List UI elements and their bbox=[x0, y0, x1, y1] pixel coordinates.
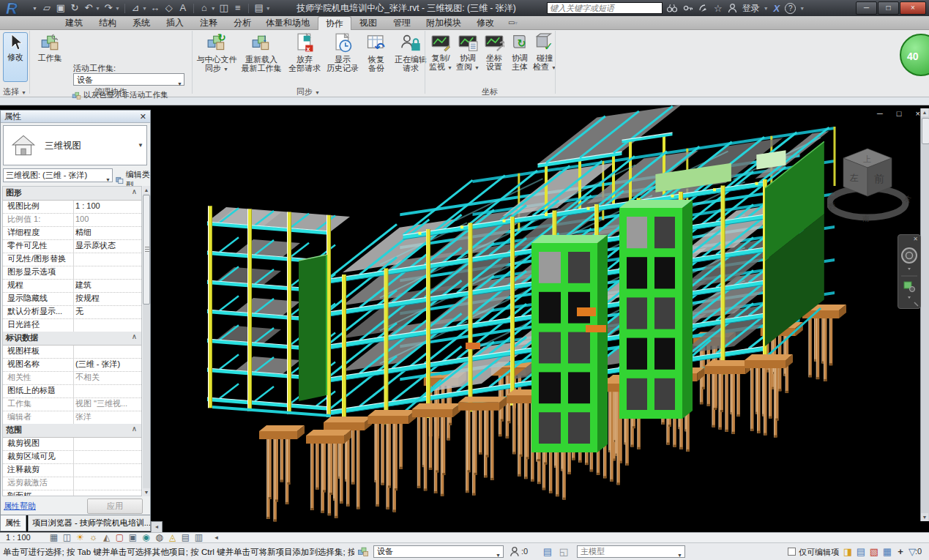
exchange-apps-icon[interactable]: X bbox=[774, 3, 780, 14]
detail-level-icon[interactable]: ▦ bbox=[48, 532, 59, 543]
active-workset-select[interactable]: 设备▼ bbox=[73, 73, 184, 86]
shadows-icon[interactable]: ☼ bbox=[88, 532, 99, 543]
undo-icon[interactable]: ↶ bbox=[83, 0, 94, 16]
measure-dropdown-icon[interactable]: ▼ bbox=[142, 6, 147, 11]
modify-button[interactable]: 修改 bbox=[3, 32, 28, 82]
redo-dropdown-icon[interactable]: ▼ bbox=[115, 6, 120, 11]
property-row[interactable]: 图纸上的标题 bbox=[3, 384, 141, 398]
properties-title-bar[interactable]: 属性 ✕ bbox=[1, 111, 150, 123]
minimize-button[interactable]: ─ bbox=[856, 1, 877, 15]
reload-latest-button[interactable]: ↓ 重新载入最新工作集 bbox=[240, 31, 283, 72]
tab-collaborate[interactable]: 协作 bbox=[318, 16, 351, 30]
tab-manage[interactable]: 管理 bbox=[387, 16, 417, 29]
user-icon[interactable] bbox=[728, 3, 737, 13]
property-row[interactable]: 图形显示选项编辑... bbox=[3, 266, 141, 280]
add-to-selection-icon[interactable]: ▦ bbox=[881, 545, 893, 558]
view-window-controls[interactable]: ─ □ × bbox=[877, 109, 926, 118]
viewport-horizontal-scroll-stub[interactable]: ◂ bbox=[151, 521, 163, 533]
tab-architecture[interactable]: 建筑 bbox=[59, 16, 89, 29]
close-icon[interactable]: ✕ bbox=[140, 111, 146, 123]
sign-in-dropdown-icon[interactable]: ▼ bbox=[764, 6, 769, 11]
move-selection-icon[interactable]: + bbox=[895, 545, 906, 558]
active-workset-status-select[interactable]: 设备▼ bbox=[373, 545, 504, 558]
properties-help-link[interactable]: 属性帮助 bbox=[4, 501, 36, 512]
reveal-hidden-elements-icon[interactable]: ◬ bbox=[167, 532, 178, 543]
show-crop-region-icon[interactable]: ▣ bbox=[127, 532, 138, 543]
tab-view[interactable]: 视图 bbox=[353, 16, 384, 29]
tab-addins[interactable]: 附加模块 bbox=[420, 16, 467, 29]
navbar-close-icon[interactable]: ✕ bbox=[913, 236, 918, 242]
sync-with-central-icon[interactable]: ↻ bbox=[69, 0, 81, 16]
relinquish-all-button[interactable]: x 放弃全部请求 bbox=[286, 31, 324, 72]
tab-analyze[interactable]: 分析 bbox=[227, 16, 258, 29]
zoom-icon[interactable] bbox=[904, 282, 915, 292]
text-icon[interactable]: A bbox=[177, 0, 189, 16]
favorites-star-icon[interactable]: ☆ bbox=[714, 3, 723, 14]
worksets-button[interactable]: 工作集 bbox=[32, 31, 67, 62]
qat-customize-dropdown-icon[interactable]: ▼ bbox=[266, 6, 271, 11]
scroll-down-icon[interactable]: ▼ bbox=[143, 488, 150, 496]
property-row[interactable]: 规程建筑 bbox=[3, 279, 141, 293]
tab-modify[interactable]: 修改 bbox=[470, 16, 501, 29]
undo-dropdown-icon[interactable]: ▼ bbox=[95, 6, 100, 11]
property-row[interactable]: 裁剪视图 bbox=[3, 437, 141, 451]
save-icon[interactable]: ▣ bbox=[55, 0, 67, 16]
panel-label-select[interactable]: 选择 ▼ bbox=[0, 87, 29, 96]
property-row[interactable]: 视图名称(三维 - 张洋) bbox=[3, 358, 141, 372]
view-scale-button[interactable]: 1 : 100 bbox=[6, 533, 31, 542]
search-input[interactable] bbox=[547, 2, 663, 14]
design-option-select[interactable]: 主模型▼ bbox=[577, 545, 685, 558]
property-row[interactable]: 详细程度精细 bbox=[3, 226, 141, 240]
editing-requests-count[interactable]: :0 bbox=[521, 547, 528, 556]
scrollbar-thumb[interactable] bbox=[143, 195, 150, 305]
close-button[interactable]: × bbox=[900, 1, 926, 15]
aligned-dimension-icon[interactable]: ↔ bbox=[149, 0, 161, 16]
section-header-graphics[interactable]: 图形∧ bbox=[3, 187, 141, 201]
instance-selector[interactable]: 三维视图: (三维 - 张洋)▼ bbox=[3, 168, 113, 182]
ribbon-state-toggle-icon[interactable]: ▭▼ bbox=[508, 18, 518, 26]
restore-backup-button[interactable]: ↶ 恢复备份 bbox=[362, 31, 391, 72]
apply-button[interactable]: 应用 bbox=[87, 499, 143, 514]
thin-lines-icon[interactable]: ≡ bbox=[232, 0, 244, 16]
panel-label-synchronize[interactable]: 同步 ▼ bbox=[192, 87, 425, 96]
coordination-host-button[interactable]: ↻ 协调主体 bbox=[508, 31, 531, 71]
crop-view-icon[interactable]: ▢ bbox=[114, 532, 125, 543]
interference-check-button[interactable]: ✓ 碰撞 检查 ▼ bbox=[533, 31, 556, 72]
render-icon[interactable]: ◭ bbox=[101, 532, 112, 543]
scrollbar-thumb[interactable] bbox=[922, 118, 929, 144]
viewcube-top-label[interactable]: 上 bbox=[863, 154, 871, 163]
property-row[interactable]: 显示隐藏线按规程 bbox=[3, 292, 141, 306]
search-binoculars-icon[interactable] bbox=[666, 3, 678, 13]
property-row[interactable]: 零件可见性显示原状态 bbox=[3, 239, 141, 253]
property-row[interactable]: 剖面框 bbox=[3, 490, 141, 496]
default-3d-view-icon[interactable]: ⌂ bbox=[198, 0, 210, 16]
steering-wheel-icon[interactable] bbox=[902, 248, 917, 263]
editing-requests-icon[interactable] bbox=[510, 545, 521, 558]
tab-systems[interactable]: 系统 bbox=[126, 16, 157, 29]
coordination-review-button[interactable]: 协调 查阅 ▼ bbox=[455, 31, 480, 72]
design-options-icon[interactable]: ▤ bbox=[542, 545, 553, 558]
copy-monitor-button[interactable]: 复制/ 监视 ▼ bbox=[428, 31, 454, 72]
tab-project-browser[interactable]: 项目浏览器 - 技师学院机电培训... bbox=[28, 515, 151, 531]
property-row[interactable]: 注释裁剪 bbox=[3, 463, 141, 477]
temporary-hide-isolate-icon[interactable]: ◍ bbox=[154, 532, 165, 543]
analytical-model-icon[interactable]: ▥ bbox=[193, 532, 204, 543]
app-menu-dropdown-icon[interactable]: ▼ bbox=[32, 6, 37, 11]
property-row[interactable]: 可见性/图形替换编辑... bbox=[3, 253, 141, 266]
help-icon[interactable]: ? bbox=[785, 3, 796, 14]
help-dropdown-icon[interactable]: ▼ bbox=[799, 6, 805, 11]
scroll-up-icon[interactable]: ▲ bbox=[143, 186, 150, 194]
coordinate-settings-button[interactable]: 坐标设置 bbox=[482, 31, 507, 71]
editable-only-checkbox[interactable] bbox=[788, 548, 796, 556]
measure-icon[interactable]: ⊿ bbox=[130, 0, 141, 16]
viewcube[interactable]: 上 左 前 西 南 东 bbox=[827, 135, 915, 231]
viewcube-south-label[interactable]: 南 bbox=[862, 214, 870, 223]
viewcube-front-label[interactable]: 前 bbox=[874, 173, 884, 184]
sun-path-icon[interactable]: ☀ bbox=[75, 532, 86, 543]
sign-in-label[interactable]: 登录 bbox=[742, 2, 760, 15]
property-row[interactable]: 日光路径 bbox=[3, 318, 141, 332]
tab-properties-palette[interactable]: 属性 bbox=[0, 515, 26, 531]
properties-scrollbar[interactable]: ▲ ▼ bbox=[143, 186, 150, 496]
property-row[interactable]: 默认分析显示...无 bbox=[3, 305, 141, 319]
show-history-button[interactable]: 显示历史记录 bbox=[325, 31, 360, 72]
